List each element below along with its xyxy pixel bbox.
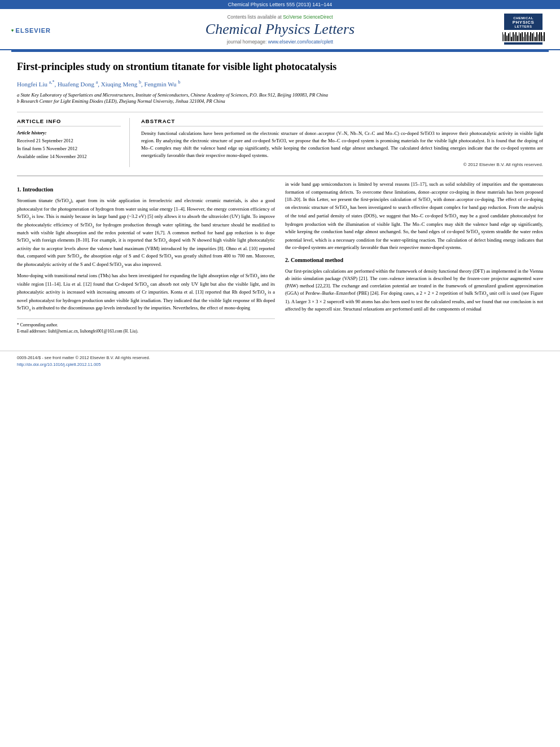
journal-title: Chemical Physics Letters: [62, 21, 498, 38]
intro-heading: 1. Introduction: [17, 185, 275, 194]
logo-line2: PHYSICS: [513, 20, 535, 25]
barcode: [501, 30, 546, 42]
right-column: in wide band gap semiconductors is limit…: [285, 181, 543, 334]
article-info-box: ARTICLE INFO Article history: Received 2…: [17, 118, 130, 167]
sciverse-text: Contents lists available at SciVerse Sci…: [62, 14, 498, 20]
history-label: Article history:: [17, 130, 121, 136]
sciverse-link[interactable]: SciVerse ScienceDirect: [283, 14, 333, 20]
svg-point-4: [12, 29, 12, 30]
abstract-box: ABSTRACT Density functional calculations…: [141, 118, 543, 167]
journal-citation-bar: Chemical Physics Letters 555 (2013) 141–…: [0, 0, 560, 9]
intro-para-1: Strontium titanate (SrTiO3), apart from …: [17, 197, 275, 269]
method-para-1: Our first-principles calculations are pe…: [285, 268, 543, 313]
footnote-area: * Corresponding author. E-mail addresses…: [17, 318, 275, 335]
copyright: © 2012 Elsevier B.V. All rights reserved…: [141, 162, 543, 167]
footer-issn: 0009-2614/$ - see front matter © 2012 El…: [17, 355, 543, 361]
body-divider: [17, 176, 543, 176]
journal-logo-area: CHEMICAL PHYSICS LETTERS: [498, 14, 549, 45]
journal-citation: Chemical Physics Letters 555 (2013) 141–…: [228, 2, 333, 7]
barcode-lines: [502, 31, 545, 41]
journal-homepage: journal homepage: www.elsevier.com/locat…: [62, 39, 498, 45]
journal-header: ELSEVIER Contents lists available at Sci…: [0, 9, 560, 50]
journal-logo-box: CHEMICAL PHYSICS LETTERS: [504, 14, 542, 45]
authors-line: Hongfei Liu a,*, Huafeng Dong a, Xiuqing…: [17, 79, 543, 89]
footnote-email: E-mail addresses: liuhf@semi.ac.cn, liuh…: [17, 328, 275, 334]
body-columns: 1. Introduction Strontium titanate (SrTi…: [17, 181, 543, 334]
footnote-email-addresses: liuhf@semi.ac.cn, liuhongfei001@163.com …: [48, 329, 138, 334]
elsevier-logo: ELSEVIER: [11, 23, 51, 38]
journal-title-area: Contents lists available at SciVerse Sci…: [62, 14, 498, 45]
method-heading: 2. Commotional method: [285, 256, 543, 265]
abstract-heading: ABSTRACT: [141, 118, 543, 126]
footnote-corresponding: * Corresponding author.: [17, 322, 275, 328]
footer-doi[interactable]: http://dx.doi.org/10.1016/j.cplett.2012.…: [17, 361, 543, 368]
homepage-url[interactable]: www.elsevier.com/locate/cplett: [268, 39, 333, 45]
affiliation-a: a State Key Laboratory of Superlattices …: [17, 92, 543, 99]
info-abstract-section: ARTICLE INFO Article history: Received 2…: [17, 112, 543, 167]
intro-right-para-1: in wide band gap semiconductors is limit…: [285, 181, 543, 251]
affiliations: a State Key Laboratory of Superlattices …: [17, 92, 543, 106]
left-column: 1. Introduction Strontium titanate (SrTi…: [17, 181, 275, 334]
page-footer: 0009-2614/$ - see front matter © 2012 El…: [0, 351, 560, 372]
abstract-text: Density functional calculations have bee…: [141, 130, 543, 159]
intro-para-2: Mono-doping with transitional metal ions…: [17, 272, 275, 313]
paper-title: First-principles study on strontium tita…: [17, 60, 543, 73]
article-info-heading: ARTICLE INFO: [17, 118, 121, 126]
author-list: Hongfei Liu a,*, Huafeng Dong a, Xiuqing…: [17, 81, 180, 88]
elsevier-brand: ELSEVIER: [16, 27, 51, 34]
elsevier-tree-icon: [11, 23, 14, 38]
received-date: Received 21 September 2012 In final form…: [17, 137, 121, 160]
paper-content: First-principles study on strontium tita…: [0, 52, 560, 346]
logo-line3: LETTERS: [515, 25, 532, 28]
affiliation-b: b Research Center for Light Emitting Dio…: [17, 98, 543, 105]
elsevier-logo-area: ELSEVIER: [11, 20, 62, 38]
